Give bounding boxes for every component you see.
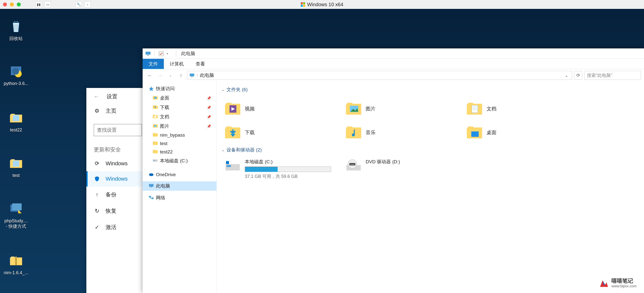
minimize-button[interactable] bbox=[10, 3, 14, 7]
dvd-drive-icon: DVD bbox=[345, 159, 362, 172]
svg-rect-39 bbox=[471, 131, 479, 137]
svg-rect-0 bbox=[301, 2, 303, 4]
pause-button[interactable]: ▮▮ bbox=[36, 1, 42, 8]
vm-title-text: Windows 10 x64 bbox=[307, 2, 344, 8]
breadcrumb-this-pc[interactable]: 此电脑 bbox=[200, 72, 214, 79]
settings-search-input[interactable]: 查找设置 bbox=[94, 124, 142, 136]
cloud-icon bbox=[148, 172, 154, 177]
svg-rect-21 bbox=[154, 125, 156, 127]
search-input[interactable]: 搜索"此电脑" bbox=[584, 71, 641, 80]
address-dropdown[interactable]: ⌄ bbox=[563, 73, 570, 78]
folder-icon bbox=[152, 124, 158, 129]
nav-up-button[interactable]: ↑ bbox=[177, 71, 185, 80]
phpstudy-shortcut[interactable]: phpStudy.... - 快捷方式 bbox=[2, 201, 30, 229]
settings-home[interactable]: ⚙ 主页 bbox=[86, 103, 149, 119]
this-pc-icon bbox=[148, 183, 154, 189]
sync-icon: ⟳ bbox=[94, 160, 100, 167]
settings-tool-button[interactable]: 🔧 bbox=[76, 1, 82, 8]
star-icon bbox=[148, 86, 154, 91]
drive-icon bbox=[152, 158, 158, 164]
drive-c-free-text: 37.1 GB 可用，共 59.6 GB bbox=[245, 173, 340, 179]
recycle-bin[interactable]: 回收站 bbox=[2, 19, 30, 42]
checkbox-icon[interactable] bbox=[158, 51, 164, 57]
settings-activation[interactable]: ✓ 激活 bbox=[86, 219, 149, 235]
python-installer[interactable]: python-3.6... bbox=[2, 64, 30, 87]
group-folders[interactable]: ⌄ 文件夹 (6) bbox=[222, 87, 639, 93]
folder-icon bbox=[152, 105, 158, 110]
traffic-lights bbox=[3, 3, 21, 7]
network-icon bbox=[148, 195, 154, 201]
nav-test22[interactable]: test22 bbox=[142, 148, 216, 156]
settings-recovery[interactable]: ↻ 恢复 bbox=[86, 203, 149, 219]
group-devices[interactable]: ⌄ 设备和驱动器 (2) bbox=[222, 147, 639, 153]
folder-videos[interactable]: 视频 bbox=[222, 97, 342, 121]
svg-rect-17 bbox=[191, 77, 193, 77]
folder-test[interactable]: test bbox=[2, 156, 30, 178]
folder-downloads[interactable]: 下载 bbox=[222, 121, 342, 144]
nav-desktop[interactable]: 桌面 📌 bbox=[142, 93, 216, 103]
back-arrow-icon[interactable]: ← bbox=[94, 93, 99, 100]
svg-rect-27 bbox=[150, 187, 152, 187]
maximize-button[interactable] bbox=[17, 3, 21, 7]
folder-documents[interactable]: 文档 bbox=[464, 97, 584, 121]
svg-rect-15 bbox=[159, 51, 163, 56]
quick-access-dropdown[interactable]: ▾ bbox=[166, 51, 172, 57]
python-icon bbox=[8, 64, 24, 80]
folder-music[interactable]: 音乐 bbox=[342, 121, 464, 144]
address-bar[interactable]: › 此电脑 ⌄ bbox=[187, 71, 572, 80]
tab-view[interactable]: 查看 bbox=[190, 59, 211, 69]
nav-downloads[interactable]: 下载 📌 bbox=[142, 103, 216, 112]
settings-title: 设置 bbox=[106, 93, 118, 100]
chevron-right-icon[interactable]: › bbox=[197, 73, 198, 77]
next-button[interactable]: › bbox=[84, 1, 91, 8]
window-title: 此电脑 bbox=[180, 50, 195, 57]
close-button[interactable] bbox=[3, 3, 7, 7]
folder-pictures[interactable]: 图片 bbox=[342, 97, 464, 121]
settings-windows-update[interactable]: ⟳ Windows bbox=[86, 156, 149, 171]
archive-icon bbox=[8, 253, 24, 269]
this-pc-icon bbox=[145, 51, 151, 57]
desktop[interactable]: 回收站 python-3.6... test22 test phpStudy..… bbox=[0, 9, 644, 293]
downloads-folder-icon bbox=[224, 126, 241, 139]
chevron-down-icon: ⌄ bbox=[222, 88, 224, 92]
nav-this-pc[interactable]: 此电脑 bbox=[142, 181, 216, 191]
nav-pictures[interactable]: 图片 📌 bbox=[142, 122, 216, 131]
snapshot-button[interactable]: ▭ bbox=[44, 1, 51, 8]
drive-d[interactable]: DVD DVD 驱动器 (D:) bbox=[342, 157, 464, 181]
pin-icon: 📌 bbox=[207, 124, 211, 128]
file-explorer-window: ▾ 此电脑 文件 计算机 查看 ← → ⌄ ↑ › 此电脑 ⌄ ⟳ bbox=[142, 49, 644, 293]
tab-file[interactable]: 文件 bbox=[142, 59, 164, 69]
nav-nim-bypass[interactable]: nim_bypass bbox=[142, 131, 216, 139]
nav-onedrive[interactable]: OneDrive bbox=[142, 170, 216, 179]
settings-backup[interactable]: ↑ 备份 bbox=[86, 186, 149, 203]
svg-rect-41 bbox=[226, 165, 231, 167]
tab-computer[interactable]: 计算机 bbox=[164, 59, 190, 69]
music-folder-icon bbox=[345, 126, 362, 139]
settings-windows-security[interactable]: Windows bbox=[86, 171, 149, 186]
svg-rect-20 bbox=[154, 115, 156, 117]
nav-local-disk-c[interactable]: 本地磁盘 (C:) bbox=[142, 156, 216, 166]
settings-window: ← 设置 ⚙ 主页 查找设置 更新和安全 ⟳ Windows Windows ↑… bbox=[86, 88, 149, 293]
nav-recent-dropdown[interactable]: ⌄ bbox=[166, 71, 175, 80]
refresh-button[interactable]: ⟳ bbox=[574, 71, 582, 80]
nav-back-button[interactable]: ← bbox=[146, 71, 154, 80]
nav-test[interactable]: test bbox=[142, 139, 216, 148]
folder-test22[interactable]: test22 bbox=[2, 110, 30, 133]
folder-desktop[interactable]: 桌面 bbox=[464, 121, 584, 144]
explorer-titlebar: ▾ 此电脑 bbox=[142, 49, 644, 59]
svg-rect-19 bbox=[154, 97, 156, 99]
nav-network[interactable]: 网络 bbox=[142, 193, 216, 203]
folder-icon bbox=[8, 156, 24, 171]
vm-title: Windows 10 x64 bbox=[301, 2, 344, 8]
videos-folder-icon bbox=[224, 102, 241, 116]
drive-c[interactable]: 本地磁盘 (C:) 37.1 GB 可用，共 59.6 GB bbox=[222, 157, 342, 181]
svg-rect-26 bbox=[149, 184, 154, 186]
svg-rect-34 bbox=[472, 105, 478, 113]
pin-icon: 📌 bbox=[207, 96, 211, 100]
drive-d-name: DVD 驱动器 (D:) bbox=[366, 159, 461, 165]
nim-archive[interactable]: nim-1.6.4_... bbox=[2, 253, 30, 276]
nav-quick-access[interactable]: 快速访问 bbox=[142, 84, 216, 93]
nav-documents[interactable]: 文档 📌 bbox=[142, 112, 216, 122]
folder-icon bbox=[8, 110, 24, 126]
content-pane: ⌄ 文件夹 (6) 视频 图片 文档 bbox=[217, 82, 644, 293]
